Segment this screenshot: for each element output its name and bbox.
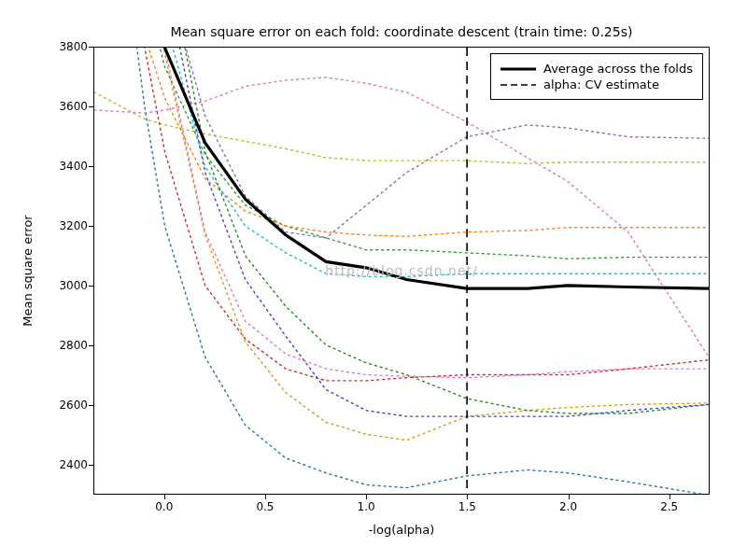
legend-item-alpha: alpha: CV estimate — [500, 77, 693, 91]
y-tick-label: 2800 — [32, 339, 88, 352]
x-tick-mark — [366, 495, 367, 499]
y-tick-label: 2400 — [32, 458, 88, 471]
y-tick-label: 3600 — [32, 100, 88, 113]
x-tick-label: 2.5 — [651, 500, 688, 513]
chart-figure: Mean square error on each fold: coordina… — [0, 0, 747, 560]
y-tick-label: 3000 — [32, 279, 88, 292]
x-tick-label: 0.0 — [146, 500, 183, 513]
x-tick-mark — [669, 495, 670, 499]
legend-label-alpha: alpha: CV estimate — [543, 77, 659, 91]
y-tick-label: 3400 — [32, 160, 88, 173]
legend-swatch-solid — [500, 63, 536, 76]
y-tick-label: 2600 — [32, 399, 88, 412]
legend-item-average: Average across the folds — [500, 62, 693, 76]
x-tick-mark — [569, 495, 570, 499]
x-tick-label: 2.0 — [550, 500, 587, 513]
legend-swatch-dashed — [500, 78, 536, 91]
plot-lines — [94, 48, 709, 494]
x-tick-mark — [164, 495, 165, 499]
x-axis-label: -log(alpha) — [93, 523, 710, 537]
x-tick-mark — [265, 495, 266, 499]
plot-area: http://blog.csdn.net/ Average across the… — [93, 47, 710, 495]
y-tick-label: 3800 — [32, 40, 88, 53]
x-tick-label: 1.5 — [448, 500, 486, 513]
x-tick-label: 0.5 — [247, 500, 284, 513]
x-tick-mark — [467, 495, 468, 499]
y-tick-label: 3200 — [32, 219, 88, 232]
legend: Average across the folds alpha: CV estim… — [490, 53, 703, 100]
chart-title: Mean square error on each fold: coordina… — [93, 24, 710, 39]
y-axis-label: Mean square error — [21, 47, 39, 495]
legend-label-average: Average across the folds — [543, 62, 693, 76]
x-tick-label: 1.0 — [347, 500, 385, 513]
